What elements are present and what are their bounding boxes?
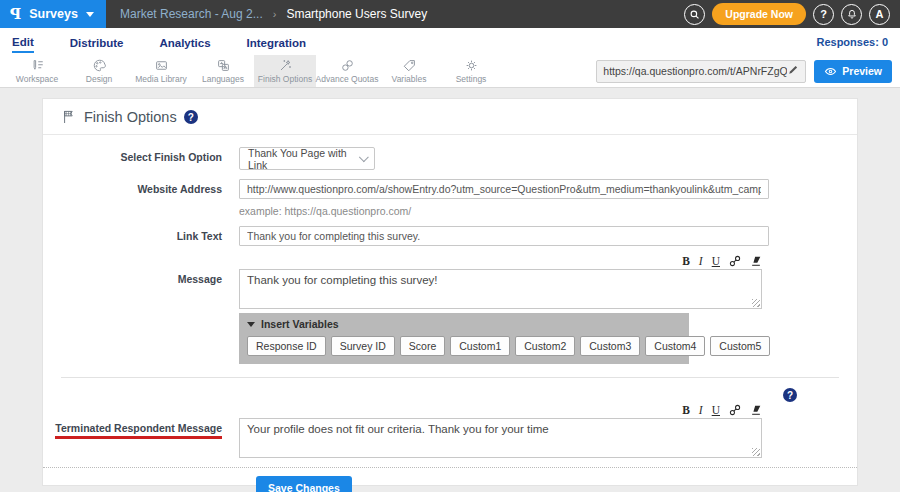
questionpro-logo: P (10, 5, 21, 23)
variable-custom3-button[interactable]: Custom3 (580, 336, 640, 356)
italic-button[interactable]: I (699, 255, 703, 267)
website-address-label: Website Address (43, 179, 239, 195)
underline-button[interactable]: U (712, 255, 720, 267)
website-address-row: Website Address example: https://qa.ques… (43, 179, 857, 217)
pencil-icon (787, 64, 799, 76)
tab-distribute[interactable]: Distribute (70, 32, 124, 52)
finish-options-card: Finish Options ? Select Finish Option Th… (42, 98, 858, 486)
breadcrumb: Market Research - Aug 2... › Smartphone … (106, 7, 427, 21)
finish-options-form: Select Finish Option Thank You Page with… (43, 135, 857, 492)
surveys-menu[interactable]: P Surveys (0, 0, 106, 28)
finish-options-help-icon[interactable]: ? (184, 110, 198, 124)
finish-option-select[interactable]: Thank You Page with Link (239, 147, 375, 170)
triangle-down-icon (247, 322, 255, 327)
survey-url: https://qa.questionpro.com/t/APNrFZgQ (603, 65, 787, 77)
message-textarea[interactable]: Thank you for completing this survey! (239, 269, 762, 309)
underline-button[interactable]: U (712, 404, 720, 416)
variable-custom2-button[interactable]: Custom2 (515, 336, 575, 356)
chain-links-icon (340, 58, 355, 73)
image-icon (154, 58, 169, 73)
content-area: Finish Options ? Select Finish Option Th… (0, 88, 900, 486)
product-name: Surveys (29, 7, 78, 21)
variable-custom4-button[interactable]: Custom4 (645, 336, 705, 356)
topbar-actions: Upgrade Now ? A (684, 3, 900, 25)
toolbar-item-finish-options[interactable]: Finish Options (254, 55, 316, 87)
magic-wand-icon (278, 58, 293, 73)
tab-analytics[interactable]: Analytics (159, 32, 210, 52)
website-address-input[interactable] (239, 179, 769, 199)
terminated-help-icon[interactable]: ? (783, 388, 797, 402)
insert-variables-toggle[interactable]: Insert Variables (247, 318, 681, 330)
select-finish-option-row: Select Finish Option Thank You Page with… (43, 147, 857, 170)
search-icon (689, 9, 700, 20)
toolbar-item-workspace[interactable]: Workspace (6, 55, 68, 87)
edit-url-button[interactable] (787, 62, 799, 80)
terminated-richtext-toolbar: B I U (239, 404, 762, 416)
link-text-input[interactable] (239, 226, 769, 246)
avatar[interactable]: A (869, 4, 890, 25)
variable-custom5-button[interactable]: Custom5 (710, 336, 770, 356)
chevron-down-icon (359, 152, 369, 162)
gear-icon (464, 58, 479, 73)
chevron-down-icon (86, 12, 94, 17)
resize-handle[interactable] (752, 299, 760, 307)
terminated-message-textarea[interactable]: Your profile does not fit our criteria. … (239, 418, 762, 458)
bold-button[interactable]: B (682, 255, 690, 267)
link-text-label: Link Text (43, 226, 239, 242)
preview-button[interactable]: Preview (814, 60, 892, 83)
link-icon[interactable] (729, 255, 741, 267)
remove-format-icon[interactable] (750, 255, 762, 267)
toolbar-item-design[interactable]: Design (68, 55, 130, 87)
notifications-button[interactable] (841, 4, 862, 25)
palette-icon (92, 58, 107, 73)
toolbar-item-settings[interactable]: Settings (440, 55, 502, 87)
translate-icon (216, 58, 231, 73)
bell-icon (846, 8, 858, 20)
search-button[interactable] (684, 4, 705, 25)
topbar: P Surveys Market Research - Aug 2... › S… (0, 0, 900, 28)
card-header: Finish Options ? (43, 99, 857, 135)
breadcrumb-folder[interactable]: Market Research - Aug 2... (120, 7, 263, 21)
variable-custom1-button[interactable]: Custom1 (450, 336, 510, 356)
terminated-message-row: Terminated Respondent Message B I U Your… (43, 404, 857, 458)
resize-handle[interactable] (752, 448, 760, 456)
select-finish-option-label: Select Finish Option (43, 147, 239, 163)
toolbar-item-media-library[interactable]: Media Library (130, 55, 192, 87)
variable-buttons: Response ID Survey ID Score Custom1 Cust… (247, 336, 681, 356)
save-changes-button[interactable]: Save Changes (256, 476, 352, 492)
breadcrumb-separator-icon: › (273, 8, 277, 20)
remove-format-icon[interactable] (750, 404, 762, 416)
tag-icon (402, 58, 417, 73)
insert-variables-panel: Insert Variables Response ID Survey ID S… (239, 313, 689, 364)
survey-url-box[interactable]: https://qa.questionpro.com/t/APNrFZgQ (596, 60, 806, 83)
page-title: Finish Options (84, 109, 177, 125)
message-richtext-toolbar: B I U (239, 255, 762, 267)
link-icon[interactable] (729, 404, 741, 416)
link-text-row: Link Text (43, 226, 857, 246)
message-label: Message (43, 255, 239, 285)
toolbar-right: https://qa.questionpro.com/t/APNrFZgQ Pr… (596, 55, 900, 87)
message-row: Message B I U Thank you for completing t… (43, 255, 857, 364)
breadcrumb-survey-name: Smartphone Users Survey (286, 7, 427, 21)
toolbar-item-variables[interactable]: Variables (378, 55, 440, 87)
website-example-text: example: https://qa.questionpro.com/ (239, 205, 857, 217)
variable-score-button[interactable]: Score (400, 336, 445, 356)
save-row: Save Changes (43, 468, 857, 492)
upgrade-now-button[interactable]: Upgrade Now (712, 3, 806, 25)
finish-flag-icon (61, 109, 77, 125)
bold-button[interactable]: B (682, 404, 690, 416)
toolbar-item-languages[interactable]: Languages (192, 55, 254, 87)
variable-survey-id-button[interactable]: Survey ID (331, 336, 395, 356)
eye-icon (824, 65, 837, 78)
help-button[interactable]: ? (813, 4, 834, 25)
questionpro-app: P Surveys Market Research - Aug 2... › S… (0, 0, 900, 492)
toolbar-item-advance-quotas[interactable]: Advance Quotas (316, 55, 378, 87)
tab-integration[interactable]: Integration (247, 32, 306, 52)
variable-response-id-button[interactable]: Response ID (247, 336, 326, 356)
tab-edit[interactable]: Edit (12, 31, 34, 53)
edit-toolbar: Workspace Design Media Library Languages… (0, 55, 900, 88)
responses-count[interactable]: Responses: 0 (816, 36, 888, 48)
italic-button[interactable]: I (699, 404, 703, 416)
main-nav: Edit Distribute Analytics Integration Re… (0, 28, 900, 55)
terminated-message-label: Terminated Respondent Message (43, 404, 239, 439)
